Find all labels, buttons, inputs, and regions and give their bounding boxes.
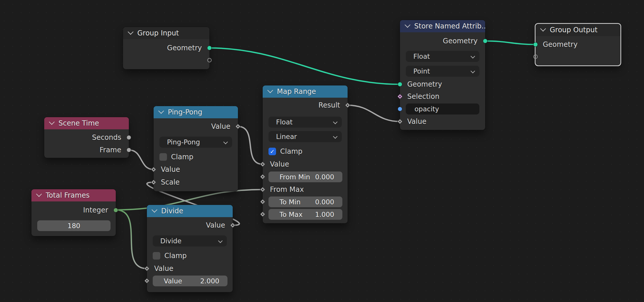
node-header-map-range[interactable]: Map Range bbox=[263, 85, 348, 98]
socket-value-out[interactable] bbox=[233, 225, 236, 229]
virtual-socket[interactable] bbox=[533, 55, 538, 59]
socket-value-in[interactable] bbox=[263, 164, 266, 168]
collapse-chevron-icon[interactable] bbox=[540, 26, 546, 31]
dropdown-value: Point bbox=[413, 67, 430, 75]
node-header-scene-time[interactable]: Scene Time bbox=[44, 117, 129, 129]
circle-socket[interactable] bbox=[127, 135, 131, 140]
dropdown-point[interactable]: Point bbox=[406, 66, 479, 77]
node-scene-time: Scene TimeSecondsFrame bbox=[44, 117, 129, 158]
socket-to-min-in[interactable] bbox=[263, 202, 266, 205]
node-header-ping-pong[interactable]: Ping-Pong bbox=[154, 106, 238, 118]
value-slider-180[interactable]: 180 bbox=[37, 220, 111, 231]
slider-label: Value bbox=[164, 277, 182, 285]
collapse-chevron-icon[interactable] bbox=[405, 22, 410, 28]
socket-dot bbox=[262, 213, 264, 215]
socket-from-max-in[interactable] bbox=[263, 190, 266, 193]
collapse-chevron-icon[interactable] bbox=[158, 108, 164, 114]
node-header-group-input[interactable]: Group Input bbox=[123, 27, 209, 39]
dropdown-ping-pong[interactable]: Ping-Pong bbox=[159, 137, 232, 148]
socket-geometry-out[interactable] bbox=[209, 48, 214, 53]
socket-dot bbox=[347, 104, 348, 106]
socket-geometry-in[interactable] bbox=[536, 44, 540, 49]
dropdown-value: Linear bbox=[276, 133, 297, 140]
diamond-socket[interactable] bbox=[260, 199, 265, 204]
collapse-chevron-icon[interactable] bbox=[128, 29, 134, 35]
socket-geometry-in[interactable] bbox=[400, 84, 405, 89]
socket-dot bbox=[146, 268, 148, 269]
value-slider-value[interactable]: Value2.000 bbox=[153, 276, 227, 286]
socket-dot bbox=[262, 176, 264, 178]
checkbox-row-clamp[interactable]: ✓Clamp bbox=[268, 147, 303, 156]
socket-value-in[interactable] bbox=[147, 269, 151, 272]
socket-frame-out[interactable] bbox=[129, 150, 134, 155]
circle-socket[interactable] bbox=[127, 148, 131, 152]
socket-label-integer: Integer bbox=[31, 205, 116, 215]
node-header-divide[interactable]: Divide bbox=[147, 205, 233, 217]
node-header-group-output[interactable]: Group Output bbox=[536, 24, 620, 36]
value-slider-from-min[interactable]: From Min0.000 bbox=[268, 171, 342, 182]
checkbox-clamp[interactable] bbox=[153, 252, 160, 260]
socket-label-from-max: From Max bbox=[263, 184, 348, 195]
socket-label-scale: Scale bbox=[154, 177, 238, 187]
socket-value-in[interactable] bbox=[400, 121, 404, 125]
checkbox-row-clamp[interactable]: Clamp bbox=[153, 251, 187, 260]
socket-value-in[interactable] bbox=[154, 169, 157, 173]
socket-label-geometry: Geometry bbox=[123, 43, 209, 53]
circle-socket[interactable] bbox=[533, 42, 538, 47]
collapse-chevron-icon[interactable] bbox=[152, 207, 157, 212]
dropdown-divide[interactable]: Divide bbox=[153, 235, 227, 246]
socket-value-in[interactable] bbox=[147, 281, 151, 285]
collapse-chevron-icon[interactable] bbox=[267, 87, 273, 93]
socket-label-selection: Selection bbox=[400, 91, 485, 102]
socket-selection-in[interactable] bbox=[400, 97, 404, 100]
socket-result-out[interactable] bbox=[348, 105, 351, 109]
checkbox-clamp[interactable] bbox=[159, 153, 167, 161]
socket-label-geometry: Geometry bbox=[536, 39, 620, 50]
socket-scale-in[interactable] bbox=[154, 182, 157, 186]
socket-value-out[interactable] bbox=[238, 126, 242, 130]
dropdown-value: Divide bbox=[160, 237, 182, 245]
diamond-socket[interactable] bbox=[260, 212, 265, 217]
slider-label: From Min bbox=[280, 173, 310, 181]
socket-dot bbox=[262, 201, 264, 203]
socket-dot bbox=[262, 163, 264, 165]
dropdown-value: Ping-Pong bbox=[167, 138, 200, 146]
chevron-down-icon bbox=[223, 140, 228, 144]
socket-seconds-out[interactable] bbox=[129, 137, 134, 142]
circle-socket[interactable] bbox=[398, 82, 402, 87]
circle-socket[interactable] bbox=[483, 39, 488, 43]
socket-integer-out[interactable] bbox=[116, 210, 120, 215]
node-header-total-frames[interactable]: Total Frames bbox=[31, 189, 116, 201]
slider-value: 0.000 bbox=[315, 198, 334, 206]
diamond-socket[interactable] bbox=[260, 174, 265, 179]
socket-virtual-out[interactable] bbox=[209, 60, 214, 65]
checkbox-clamp[interactable]: ✓ bbox=[268, 148, 276, 155]
dropdown-linear[interactable]: Linear bbox=[268, 131, 342, 142]
socket-from-min-in[interactable] bbox=[263, 177, 266, 181]
value-slider-to-max[interactable]: To Max1.000 bbox=[268, 209, 342, 220]
checkbox-row-clamp[interactable]: Clamp bbox=[159, 152, 193, 162]
dropdown-float[interactable]: Float bbox=[406, 51, 479, 62]
circle-socket[interactable] bbox=[207, 46, 212, 50]
socket-opacity-in[interactable] bbox=[400, 109, 405, 114]
attribute-name-input[interactable]: opacity bbox=[406, 103, 479, 115]
node-editor-canvas[interactable]: Group InputGeometryScene TimeSecondsFram… bbox=[0, 0, 644, 302]
virtual-socket[interactable] bbox=[207, 58, 212, 62]
dropdown-float[interactable]: Float bbox=[268, 117, 342, 128]
socket-virtual-in[interactable] bbox=[536, 57, 540, 61]
checkbox-label: Clamp bbox=[164, 252, 187, 260]
circle-socket[interactable] bbox=[113, 208, 118, 212]
socket-to-max-in[interactable] bbox=[263, 214, 266, 218]
diamond-socket[interactable] bbox=[144, 278, 150, 283]
socket-geometry-out[interactable] bbox=[485, 41, 490, 46]
value-slider-to-min[interactable]: To Min0.000 bbox=[268, 196, 342, 207]
socket-label-geometry: Geometry bbox=[400, 79, 485, 90]
collapse-chevron-icon[interactable] bbox=[36, 191, 42, 197]
node-ping-pong: Ping-PongValuePing-PongClampValueScale bbox=[154, 106, 238, 191]
node-title: Map Range bbox=[277, 87, 316, 96]
circle-socket[interactable] bbox=[398, 107, 402, 111]
collapse-chevron-icon[interactable] bbox=[49, 119, 55, 125]
checkbox-label: Clamp bbox=[280, 147, 303, 156]
node-header-store-named-attribute[interactable]: Store Named Attrib... bbox=[400, 20, 485, 32]
node-title: Total Frames bbox=[46, 191, 90, 199]
